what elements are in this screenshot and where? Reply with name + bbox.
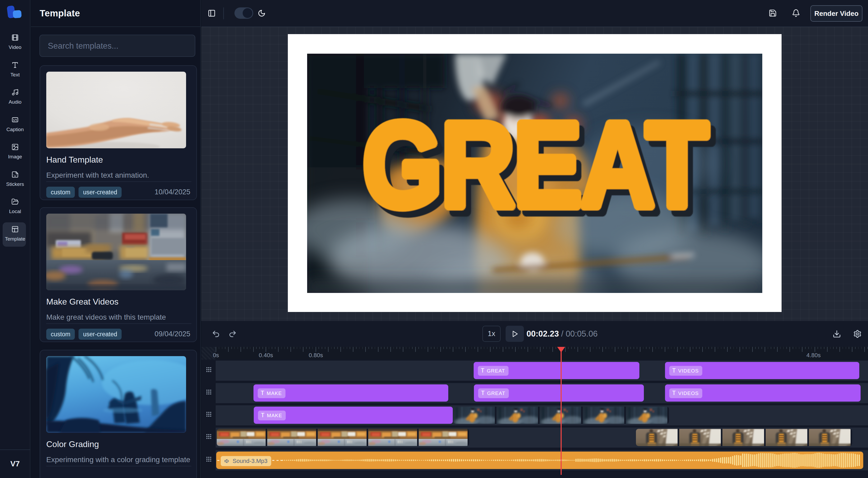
svg-text:GREAT: GREAT: [362, 97, 708, 232]
